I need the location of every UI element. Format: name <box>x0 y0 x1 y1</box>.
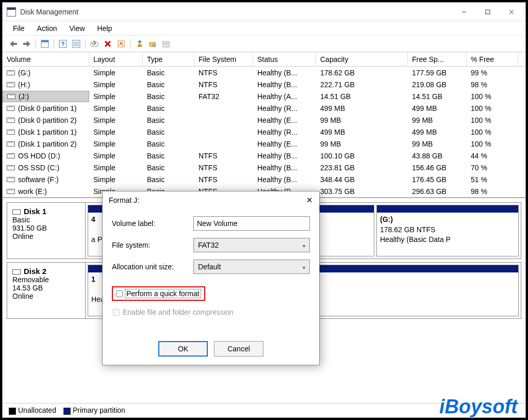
disk-partition[interactable]: (G:)178.62 GB NTFSHealthy (Basic Data P <box>376 205 519 256</box>
drive-icon <box>7 106 15 111</box>
menu-help[interactable]: Help <box>91 22 119 35</box>
back-icon[interactable] <box>7 38 20 50</box>
col-type[interactable]: Type <box>143 52 194 66</box>
minimize-button[interactable] <box>452 4 476 20</box>
col-fs[interactable]: File System <box>194 52 253 66</box>
drive-icon <box>7 94 15 99</box>
menu-action[interactable]: Action <box>31 22 63 35</box>
legend-primary-label: Primary partition <box>73 406 125 414</box>
dialog-title-bar[interactable]: Format J: ✕ <box>103 191 319 209</box>
svg-text:?: ? <box>61 41 65 47</box>
svg-rect-16 <box>138 44 142 47</box>
col-pct[interactable]: % Free <box>467 52 518 66</box>
disk-icon <box>12 269 21 274</box>
explore-icon[interactable] <box>146 38 159 50</box>
delete-icon[interactable] <box>102 38 114 50</box>
quick-format-checkbox[interactable] <box>116 290 123 297</box>
volume-row[interactable]: (J:)SimpleBasicFAT32Healthy (A...14.51 G… <box>3 90 525 102</box>
file-system-label: File system: <box>112 241 193 249</box>
volume-row[interactable]: (Disk 0 partition 1)SimpleBasicHealthy (… <box>3 102 525 114</box>
enable-compression-label: Enable file and folder compression <box>123 308 234 316</box>
import-icon[interactable] <box>133 38 145 50</box>
volume-row[interactable]: (Disk 1 partition 2)SimpleBasicHealthy (… <box>3 138 525 150</box>
col-layout[interactable]: Layout <box>89 52 143 66</box>
volume-row[interactable]: (H:)SimpleBasicNTFSHealthy (B...222.71 G… <box>3 78 525 90</box>
chevron-down-icon <box>303 241 305 249</box>
allocation-size-label: Allocation unit size: <box>112 263 193 271</box>
volume-list-header: Volume Layout Type File System Status Ca… <box>3 52 525 67</box>
svg-rect-19 <box>163 42 169 47</box>
settings-icon[interactable] <box>160 38 172 50</box>
menu-view[interactable]: View <box>63 22 91 35</box>
disk-label: Disk 1Basic931.50 GBOnline <box>7 203 86 259</box>
action-list-icon[interactable] <box>70 38 82 50</box>
drive-icon <box>7 153 15 158</box>
svg-rect-1 <box>486 10 490 14</box>
ok-button[interactable]: OK <box>158 341 208 357</box>
legend: Unallocated Primary partition <box>3 403 525 417</box>
maximize-button[interactable] <box>476 4 500 20</box>
col-status[interactable]: Status <box>253 52 316 66</box>
forward-icon[interactable] <box>21 38 33 50</box>
close-button[interactable] <box>500 4 523 20</box>
drive-icon <box>7 130 15 135</box>
volume-list[interactable]: (G:)SimpleBasicNTFSHealthy (B...178.62 G… <box>3 67 525 197</box>
volume-row[interactable]: software (F:)SimpleBasicNTFSHealthy (B..… <box>3 173 525 185</box>
format-dialog: Format J: ✕ Volume label: File system: F… <box>102 191 320 365</box>
cancel-button[interactable]: Cancel <box>214 341 263 357</box>
drive-icon <box>7 165 15 170</box>
legend-swatch-primary <box>63 408 71 415</box>
dialog-title: Format J: <box>109 196 139 204</box>
volume-row[interactable]: OS SSD (C:)SimpleBasicNTFSHealthy (B...2… <box>3 161 525 173</box>
volume-row[interactable]: (Disk 0 partition 2)SimpleBasicHealthy (… <box>3 114 525 126</box>
title-bar: Disk Management <box>3 3 525 21</box>
disk-icon <box>12 209 21 215</box>
svg-rect-5 <box>41 40 48 42</box>
toolbar: ? <box>3 36 525 52</box>
window-title: Disk Management <box>20 8 452 16</box>
dialog-close-icon[interactable]: ✕ <box>306 196 313 205</box>
properties-icon[interactable] <box>115 38 127 50</box>
col-free[interactable]: Free Sp... <box>408 52 467 66</box>
file-system-select[interactable]: FAT32 <box>193 238 310 252</box>
volume-label-input[interactable] <box>193 216 310 231</box>
svg-rect-17 <box>150 42 155 46</box>
drive-icon <box>7 118 15 123</box>
help-icon[interactable]: ? <box>57 38 69 50</box>
drive-icon <box>7 70 15 75</box>
chevron-down-icon <box>303 263 305 271</box>
enable-compression-checkbox <box>113 309 120 316</box>
app-icon <box>7 7 16 17</box>
disk-label: Disk 2Removable14.53 GBOnline <box>7 263 86 318</box>
volume-row[interactable]: (G:)SimpleBasicNTFSHealthy (B...178.62 G… <box>3 67 525 78</box>
menu-file[interactable]: File <box>7 22 31 35</box>
refresh-icon[interactable] <box>88 38 101 50</box>
quick-format-highlight: Perform a quick format <box>112 286 205 301</box>
legend-unallocated-label: Unallocated <box>18 406 56 414</box>
volume-row[interactable]: OS HDD (D:)SimpleBasicNTFSHealthy (B...1… <box>3 150 525 161</box>
drive-icon <box>7 177 15 182</box>
allocation-size-select[interactable]: Default <box>193 260 310 274</box>
quick-format-label[interactable]: Perform a quick format <box>125 289 201 298</box>
show-hide-icon[interactable] <box>39 38 51 50</box>
col-volume[interactable]: Volume <box>3 52 89 66</box>
col-capacity[interactable]: Capacity <box>316 52 408 66</box>
drive-icon <box>7 189 15 194</box>
volume-label-label: Volume label: <box>112 219 193 228</box>
volume-row[interactable]: (Disk 1 partition 1)SimpleBasicHealthy (… <box>3 126 525 138</box>
drive-icon <box>7 82 15 87</box>
menu-bar: File Action View Help <box>3 21 525 36</box>
legend-swatch-unallocated <box>9 408 16 415</box>
drive-icon <box>7 141 15 147</box>
